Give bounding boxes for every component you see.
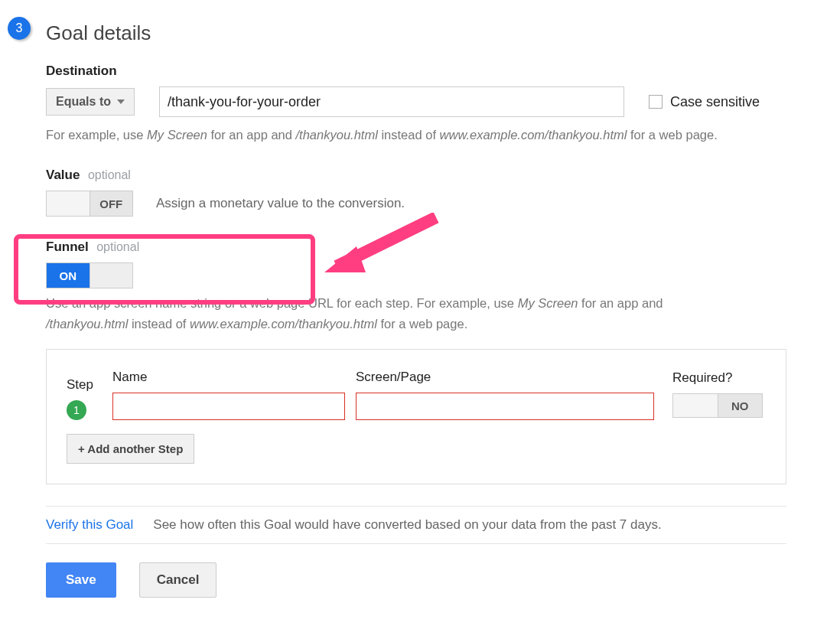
panel-title: Goal details — [46, 8, 832, 53]
step-required-toggle[interactable]: NO — [672, 393, 763, 418]
destination-help: For example, use My Screen for an app an… — [46, 125, 802, 145]
destination-label: Destination — [46, 64, 117, 78]
destination-section: Destination Equals to Case sensitive — [46, 64, 817, 117]
match-type-dropdown[interactable]: Equals to — [46, 88, 135, 116]
value-label: Value — [46, 168, 80, 182]
value-toggle-description: Assign a monetary value to the conversio… — [156, 196, 405, 211]
add-step-button[interactable]: + Add another Step — [67, 434, 194, 464]
verify-row: Verify this Goal See how often this Goal… — [46, 517, 786, 533]
divider — [46, 506, 786, 507]
value-toggle-state: OFF — [90, 191, 133, 216]
case-sensitive-label: Case sensitive — [670, 94, 760, 110]
case-sensitive-checkbox[interactable]: Case sensitive — [649, 94, 760, 110]
match-type-value: Equals to — [56, 95, 111, 109]
chevron-down-icon — [117, 99, 125, 104]
verify-goal-link[interactable]: Verify this Goal — [46, 517, 133, 533]
value-section: Value optional OFF Assign a monetary val… — [46, 168, 817, 217]
goal-details-panel: 3 Goal details Destination Equals to Cas… — [0, 0, 840, 621]
value-optional: optional — [88, 168, 131, 181]
step-page-input[interactable] — [356, 393, 654, 420]
funnel-optional: optional — [96, 240, 139, 253]
divider — [46, 543, 786, 544]
toggle-handle — [673, 394, 718, 417]
wizard-step-number: 3 — [16, 21, 23, 35]
value-toggle[interactable]: OFF — [46, 191, 133, 217]
actions-row: Save Cancel — [46, 562, 832, 598]
col-name-header: Name — [112, 370, 345, 385]
col-page-header: Screen/Page — [356, 370, 654, 385]
toggle-handle — [90, 263, 133, 288]
funnel-help: Use an app screen name string or a web p… — [46, 293, 786, 334]
verify-description: See how often this Goal would have conve… — [153, 517, 661, 533]
cancel-button[interactable]: Cancel — [139, 562, 217, 598]
destination-input[interactable] — [159, 86, 624, 117]
funnel-label: Funnel — [46, 240, 89, 254]
funnel-toggle[interactable]: ON — [46, 262, 133, 288]
wizard-step-badge: 3 — [8, 17, 31, 40]
col-required-header: Required? — [672, 370, 766, 386]
step-name-input[interactable] — [112, 393, 345, 420]
toggle-handle — [47, 191, 90, 216]
funnel-steps-box: Step 1 Name Screen/Page Required? NO — [46, 349, 786, 484]
col-step-header: Step — [67, 377, 102, 393]
step-required-state: NO — [718, 394, 763, 417]
checkbox-box-icon — [649, 95, 663, 109]
step-number-badge: 1 — [67, 400, 86, 420]
save-button[interactable]: Save — [46, 562, 116, 598]
funnel-section: Funnel optional ON — [46, 240, 817, 288]
funnel-toggle-state: ON — [47, 263, 90, 288]
